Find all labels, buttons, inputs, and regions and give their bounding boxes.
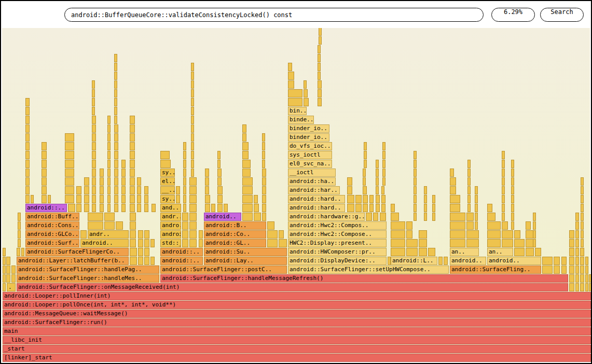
flame-frame[interactable] <box>138 257 143 265</box>
flame-frame[interactable] <box>514 230 520 239</box>
flame-frame[interactable]: and.. <box>160 204 181 212</box>
flame-frame[interactable] <box>288 80 294 89</box>
flame-frame[interactable] <box>438 257 443 265</box>
flame-frame[interactable] <box>242 160 251 168</box>
flame-frame[interactable] <box>432 204 435 212</box>
flame-frame[interactable] <box>114 80 117 89</box>
flame-frame[interactable]: android::Buff.. <box>25 213 79 221</box>
flame-frame[interactable] <box>114 177 118 186</box>
flame-frame[interactable] <box>380 213 386 221</box>
flame-frame[interactable] <box>511 177 514 186</box>
flame-frame[interactable] <box>467 169 471 177</box>
flame-frame[interactable] <box>160 160 171 168</box>
flame-frame[interactable] <box>137 177 141 186</box>
flame-frame[interactable] <box>581 204 584 212</box>
flame-frame[interactable] <box>391 230 405 239</box>
flame-frame[interactable] <box>502 177 505 186</box>
flame-frame[interactable] <box>114 160 118 168</box>
flame-frame[interactable] <box>466 239 479 247</box>
flame-frame[interactable] <box>487 221 501 230</box>
flame-frame[interactable] <box>502 204 505 212</box>
flame-frame[interactable] <box>585 274 588 283</box>
flame-frame[interactable] <box>585 257 588 265</box>
flame-frame[interactable] <box>130 239 136 247</box>
flame-frame[interactable] <box>475 221 478 230</box>
flame-frame[interactable] <box>183 160 186 168</box>
flame-frame[interactable] <box>575 274 579 283</box>
flame-frame[interactable] <box>580 248 584 256</box>
flame-frame[interactable] <box>199 239 203 247</box>
flame-frame[interactable]: an.. <box>487 248 513 256</box>
flame-frame[interactable] <box>363 177 366 186</box>
flame-frame[interactable] <box>68 204 75 212</box>
flame-frame[interactable] <box>262 177 266 186</box>
flame-frame[interactable] <box>391 213 399 221</box>
flame-frame[interactable] <box>107 204 111 212</box>
flame-frame[interactable]: std::__.. <box>160 239 181 247</box>
flame-frame[interactable]: android::.. <box>160 257 203 265</box>
flame-frame[interactable] <box>114 98 117 106</box>
flame-frame[interactable] <box>116 221 123 230</box>
flame-frame[interactable] <box>502 160 505 168</box>
flame-frame[interactable]: android::SurfaceFling.. <box>450 265 541 274</box>
flame-frame[interactable] <box>191 107 194 115</box>
flame-frame[interactable] <box>92 142 96 150</box>
flame-frame[interactable] <box>347 204 354 212</box>
flame-frame[interactable] <box>92 160 96 168</box>
flame-frame[interactable] <box>17 248 20 256</box>
flame-frame[interactable] <box>92 116 96 124</box>
flame-frame[interactable] <box>217 195 223 203</box>
flame-frame[interactable] <box>92 195 96 203</box>
flame-frame[interactable] <box>514 248 525 256</box>
flame-frame[interactable] <box>262 186 266 194</box>
flame-frame[interactable] <box>25 169 30 177</box>
flame-frame[interactable] <box>114 186 118 194</box>
flame-frame[interactable] <box>382 151 386 159</box>
flame-frame[interactable] <box>92 169 96 177</box>
flame-frame[interactable] <box>114 142 118 150</box>
flame-frame[interactable]: HWC2::Display::present.. <box>288 239 387 247</box>
flame-frame[interactable] <box>585 283 588 291</box>
flame-frame[interactable] <box>450 213 465 221</box>
flame-frame[interactable] <box>107 151 111 159</box>
flame-frame[interactable] <box>25 151 30 159</box>
flame-frame[interactable] <box>107 142 111 150</box>
flame-frame[interactable]: do_vfs_ioc.. <box>288 142 332 150</box>
flame-frame[interactable]: android::DisplayDevice:.. <box>288 257 387 265</box>
flame-frame[interactable] <box>569 257 574 265</box>
flame-frame[interactable] <box>267 239 278 247</box>
flame-frame[interactable] <box>450 230 465 239</box>
flame-frame[interactable]: android.. <box>450 257 486 265</box>
flame-frame[interactable] <box>130 195 135 203</box>
flame-frame[interactable] <box>130 160 135 168</box>
flame-frame[interactable]: el.. <box>160 177 175 186</box>
flame-frame[interactable]: android::GL.. <box>204 239 266 247</box>
flame-frame[interactable] <box>450 204 460 212</box>
flame-frame[interactable]: main <box>3 327 591 335</box>
flame-frame[interactable] <box>137 195 141 203</box>
flame-frame[interactable] <box>25 133 30 142</box>
flame-frame[interactable] <box>254 213 261 221</box>
flame-frame[interactable]: android::B.. <box>204 221 266 230</box>
flame-frame[interactable] <box>183 169 186 177</box>
flame-frame[interactable] <box>262 160 265 168</box>
flame-frame[interactable] <box>137 204 141 212</box>
flame-frame[interactable]: android::hardware::g.. <box>288 213 365 221</box>
flame-frame[interactable] <box>262 151 265 159</box>
flame-frame[interactable] <box>254 195 258 203</box>
flame-frame[interactable] <box>121 195 126 203</box>
flame-frame[interactable] <box>242 213 253 221</box>
flame-frame[interactable] <box>130 133 135 142</box>
flame-frame[interactable] <box>391 204 395 212</box>
flame-frame[interactable] <box>569 283 574 291</box>
flame-frame[interactable] <box>450 239 465 247</box>
flame-frame[interactable] <box>467 186 471 194</box>
flame-frame[interactable] <box>369 204 374 212</box>
flame-frame[interactable] <box>144 248 149 256</box>
flame-frame[interactable]: android::hard.. <box>288 195 345 203</box>
flame-frame[interactable]: android::Looper::pollOnce(int, int*, int… <box>3 301 591 309</box>
flame-frame[interactable] <box>42 142 47 150</box>
flame-frame[interactable] <box>104 213 115 221</box>
flame-frame[interactable] <box>511 221 514 230</box>
flame-frame[interactable] <box>191 133 194 142</box>
